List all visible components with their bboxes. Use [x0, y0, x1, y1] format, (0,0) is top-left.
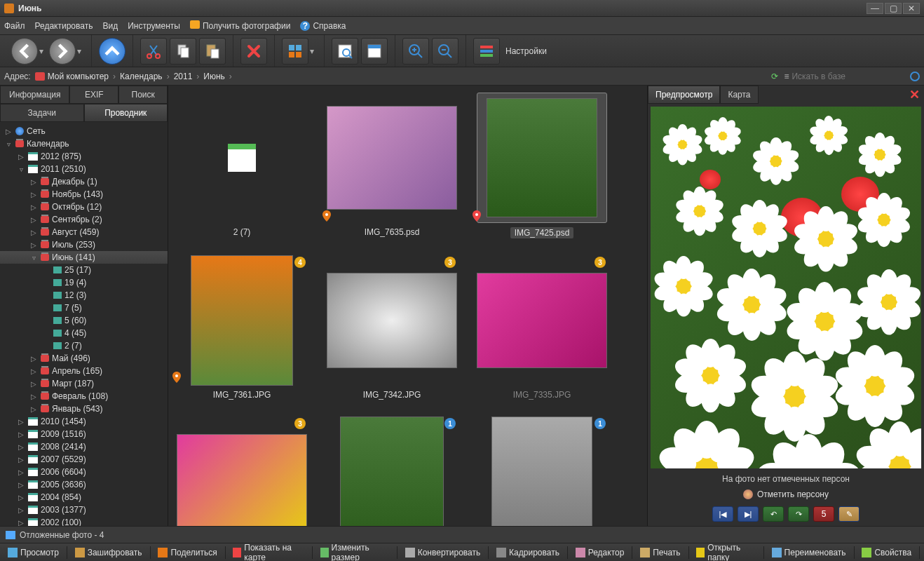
thumbnail[interactable]: IMG_7635.psd [325, 93, 458, 238]
tab-tasks[interactable]: Задачи [0, 104, 84, 122]
tree-row[interactable]: ▷2012 (875) [0, 150, 168, 163]
menu-help[interactable]: Справка [300, 21, 346, 31]
tree-toggle[interactable]: ▷ [17, 494, 25, 501]
tree-toggle[interactable]: ▷ [29, 229, 38, 236]
tree-row[interactable]: ▿Календарь [0, 137, 168, 150]
tree-row[interactable]: ▷2009 (1516) [0, 428, 168, 440]
window-button[interactable] [361, 38, 388, 65]
tab-explorer[interactable]: Проводник [84, 104, 168, 122]
breadcrumb-year[interactable]: 2011 [174, 72, 193, 81]
view-dropdown[interactable]: ▾ [310, 46, 318, 56]
tree-row[interactable]: ▷Сентябрь (2) [0, 213, 168, 226]
tree-row[interactable]: 4 (45) [0, 327, 168, 339]
maximize-button[interactable]: ▢ [885, 3, 902, 14]
tree-row[interactable]: ▷2004 (854) [0, 491, 168, 503]
bottom-button[interactable]: Зашифровать [70, 545, 147, 560]
settings-label[interactable]: Настройки [505, 46, 547, 56]
copy-button[interactable] [170, 38, 196, 65]
tree-toggle[interactable]: ▷ [17, 153, 25, 161]
tree-toggle[interactable]: ▷ [29, 178, 38, 186]
menu-edit[interactable]: Редактировать [35, 21, 93, 31]
tree-toggle[interactable]: ▷ [17, 418, 25, 426]
bottom-button[interactable]: Поделиться [153, 545, 222, 560]
edit-button[interactable]: ✎ [838, 506, 860, 522]
zoom-in-button[interactable] [402, 38, 429, 65]
tree-toggle[interactable]: ▷ [4, 128, 13, 135]
tree-toggle[interactable]: ▿ [17, 165, 25, 173]
search-icon[interactable] [910, 72, 920, 81]
bottom-button[interactable]: Изменить размер [315, 543, 394, 561]
breadcrumb-calendar[interactable]: Календарь [120, 72, 163, 81]
tree-toggle[interactable]: ▷ [29, 241, 38, 249]
tree-row[interactable]: ▷2006 (6604) [0, 466, 168, 478]
close-panel-icon[interactable]: ✕ [909, 87, 920, 102]
tree-toggle[interactable]: ▷ [29, 203, 38, 211]
refresh-icon[interactable]: ⟳ [771, 72, 778, 81]
breadcrumb-root[interactable]: Мой компьютер [35, 72, 109, 81]
rotate-right-button[interactable]: ↷ [788, 506, 809, 522]
tree-row[interactable]: ▷2002 (100) [0, 516, 168, 526]
thumbnail[interactable]: 1img_4117.psd [475, 417, 609, 526]
tab-info[interactable]: Информация [0, 86, 69, 104]
tree-toggle[interactable]: ▷ [29, 367, 38, 375]
tab-search[interactable]: Поиск [118, 86, 168, 104]
tree-row[interactable]: 25 (17) [0, 264, 168, 276]
thumbnail[interactable]: 3IMG_7337.JPG [175, 417, 308, 526]
bottom-button[interactable]: Кадрировать [491, 545, 564, 560]
chevron-icon[interactable]: › [113, 72, 116, 81]
tree-toggle[interactable]: ▷ [17, 431, 25, 438]
bottom-button[interactable]: Редактор [571, 545, 630, 560]
tree-row[interactable]: ▿2011 (2510) [0, 163, 168, 175]
bottom-button[interactable]: Просмотр [3, 545, 64, 560]
bottom-button[interactable]: Конвертировать [400, 545, 486, 560]
tree-toggle[interactable]: ▷ [17, 443, 25, 451]
tree-toggle[interactable]: ▷ [17, 519, 25, 527]
tab-exif[interactable]: EXIF [69, 86, 118, 104]
nav-forward-dropdown[interactable]: ▾ [77, 46, 86, 56]
folder-tree[interactable]: ▷Сеть▿Календарь▷2012 (875)▿2011 (2510)▷Д… [0, 122, 168, 526]
nav-back-button[interactable] [11, 38, 38, 65]
tree-toggle[interactable]: ▿ [4, 140, 13, 148]
tree-row[interactable]: ▷2010 (1454) [0, 415, 168, 428]
chevron-icon[interactable]: › [229, 72, 232, 81]
breadcrumb-month[interactable]: Июнь [203, 72, 225, 81]
tree-row[interactable]: ▷Ноябрь (143) [0, 188, 168, 201]
tree-row[interactable]: ▿Июнь (141) [0, 251, 168, 264]
nav-forward-button[interactable] [49, 38, 76, 65]
thumbnail-grid[interactable]: 2 (7)IMG_7635.psdIMG_7425.psd4IMG_7361.J… [168, 86, 648, 526]
tree-toggle[interactable]: ▷ [29, 380, 38, 388]
preview-button[interactable] [332, 38, 358, 65]
tree-row[interactable]: 7 (5) [0, 302, 168, 314]
tree-row[interactable]: ▷2007 (5529) [0, 453, 168, 466]
tree-row[interactable]: 5 (60) [0, 314, 168, 327]
tree-row[interactable]: ▷Март (187) [0, 377, 168, 390]
bottom-button[interactable]: Открыть папку [691, 543, 760, 561]
tree-toggle[interactable]: ▿ [29, 254, 38, 262]
thumbnail[interactable]: 2 (7) [175, 93, 308, 238]
tree-row[interactable]: ▷Август (459) [0, 226, 168, 238]
nav-back-dropdown[interactable]: ▾ [39, 46, 48, 56]
menu-view[interactable]: Вид [102, 21, 118, 31]
chevron-icon[interactable]: › [196, 72, 199, 81]
tag-person-button[interactable]: Отметить персону [648, 487, 924, 502]
chevron-icon[interactable]: › [167, 72, 170, 81]
thumbnail[interactable]: 3IMG_7335.JPG [475, 255, 609, 400]
minimize-button[interactable]: ― [867, 3, 883, 14]
preview-area[interactable]: // generate daisies [651, 107, 921, 468]
last-button[interactable]: ▶| [738, 506, 759, 522]
tree-row[interactable]: ▷2008 (2414) [0, 440, 168, 453]
tree-row[interactable]: ▷Декабрь (1) [0, 175, 168, 188]
tab-preview[interactable]: Предпросмотр [648, 86, 720, 104]
search-database[interactable]: ≡ Искать в базе [784, 72, 904, 81]
cut-button[interactable] [140, 38, 167, 65]
tree-toggle[interactable]: ▷ [29, 216, 38, 224]
delayed-photos-bar[interactable]: Отложенные фото - 4 [0, 526, 924, 543]
tree-row[interactable]: ▷2003 (1377) [0, 503, 168, 516]
tree-toggle[interactable]: ▷ [17, 456, 25, 464]
close-button[interactable]: ✕ [903, 3, 920, 14]
menu-file[interactable]: Файл [4, 21, 25, 31]
delete-button[interactable] [240, 38, 267, 65]
tree-row[interactable]: ▷Сеть [0, 125, 168, 137]
tree-row[interactable]: ▷Январь (543) [0, 403, 168, 415]
tree-row[interactable]: ▷Февраль (108) [0, 390, 168, 403]
